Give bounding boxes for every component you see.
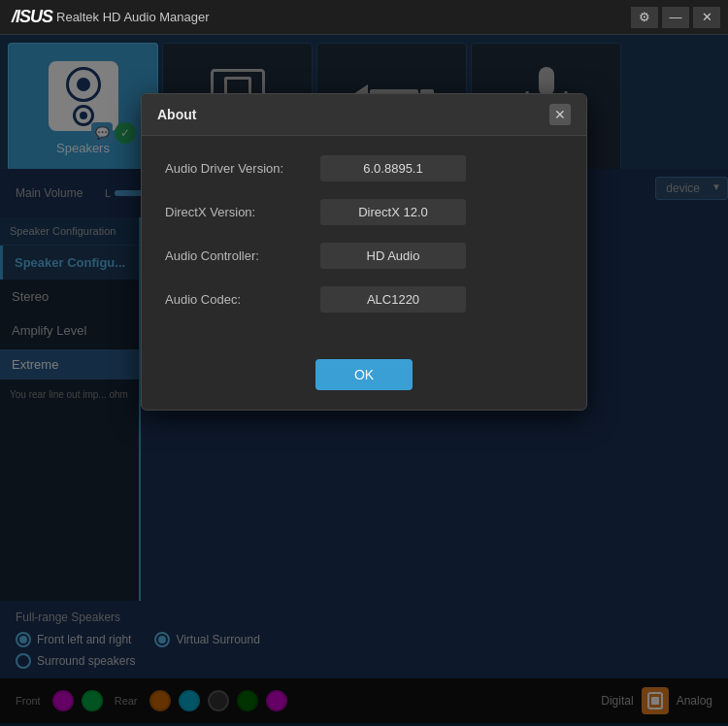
directx-version-label: DirectX Version: [165,205,320,219]
app-container: 💬 ✓ Speakers Digital Output [0,35,728,726]
info-row-driver: Audio Driver Version: 6.0.8895.1 [165,155,563,182]
window-controls: ⚙ — ✕ [631,7,720,28]
modal-title: About [157,107,196,122]
modal-overlay: About ✕ Audio Driver Version: 6.0.8895.1… [0,35,728,726]
directx-version-value: DirectX 12.0 [320,199,466,225]
info-row-controller: Audio Controller: HD Audio [165,243,563,269]
audio-codec-label: Audio Codec: [165,292,320,307]
audio-controller-label: Audio Controller: [165,248,320,263]
about-modal: About ✕ Audio Driver Version: 6.0.8895.1… [141,93,587,411]
driver-version-label: Audio Driver Version: [165,161,320,176]
settings-button[interactable]: ⚙ [631,7,658,28]
modal-header: About ✕ [142,94,586,136]
titlebar: /ISUS Realtek HD Audio Manager ⚙ — ✕ [0,0,728,35]
audio-codec-value: ALC1220 [320,286,466,313]
info-row-codec: Audio Codec: ALC1220 [165,286,563,313]
asus-logo: /ISUS [8,7,56,27]
audio-controller-value: HD Audio [320,243,466,269]
ok-button[interactable]: OK [315,359,413,390]
close-button[interactable]: ✕ [693,7,720,28]
modal-body: Audio Driver Version: 6.0.8895.1 DirectX… [142,136,586,349]
app-title: Realtek HD Audio Manager [56,10,631,24]
modal-close-button[interactable]: ✕ [549,104,571,125]
modal-footer: OK [142,349,586,410]
info-row-directx: DirectX Version: DirectX 12.0 [165,199,563,225]
driver-version-value: 6.0.8895.1 [320,155,466,182]
minimize-button[interactable]: — [662,7,689,28]
